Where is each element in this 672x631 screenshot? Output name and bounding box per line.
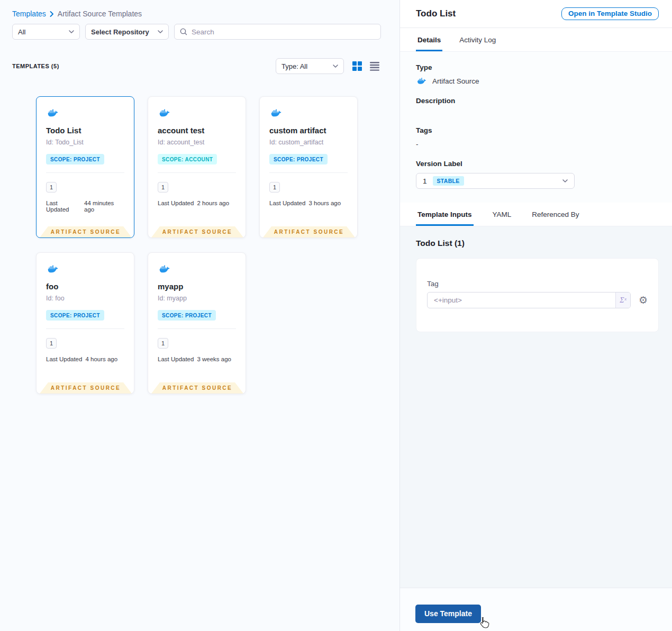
search-icon [180,28,187,35]
template-card-account-test[interactable]: account test Id: account_test SCOPE: ACC… [148,96,246,238]
version-count-badge: 1 [158,338,168,349]
chevron-down-icon [333,65,338,68]
templates-list-panel: Templates Artifact Source Templates All … [0,0,400,631]
list-view-icon[interactable] [369,61,380,71]
templates-count-label: TEMPLATES (5) [12,63,59,69]
card-divider [269,172,348,173]
scope-badge: SCOPE: PROJECT [46,154,104,164]
details-tabs: Details Activity Log [400,28,672,52]
inputs-tabs: Template Inputs YAML Referenced By [400,203,672,226]
chevron-down-icon [158,30,163,33]
template-card-todo-list[interactable]: Todo List Id: Todo_List SCOPE: PROJECT 1… [36,96,134,238]
version-count-badge: 1 [269,182,280,193]
docker-icon [269,108,283,118]
scope-badge: SCOPE: PROJECT [158,310,216,321]
docker-icon [46,108,60,118]
last-updated-value: 2 hours ago [197,200,229,206]
artifact-source-ribbon: ARTIFACT SOURCE [151,226,243,237]
chevron-down-icon [69,30,74,33]
card-divider [46,328,124,329]
version-value: 1 [423,177,427,185]
scope-filter-value: All [18,28,25,36]
template-card-foo[interactable]: foo Id: foo SCOPE: PROJECT 1 Last Update… [36,252,134,394]
last-updated-value: 3 weeks ago [197,356,231,362]
card-name: Todo List [46,126,124,135]
card-id: Id: custom_artifact [269,139,348,146]
grid-view-icon[interactable] [352,61,362,71]
open-in-template-studio-button[interactable]: Open in Template Studio [561,7,659,20]
type-value: Artifact Source [432,77,479,85]
version-label: Version Label [416,160,656,168]
tag-label: Tag [427,280,648,288]
artifact-source-ribbon: ARTIFACT SOURCE [40,226,132,237]
tab-referenced-by[interactable]: Referenced By [530,203,580,226]
card-name: foo [46,282,124,291]
tag-input-wrap: Σˣ [427,292,631,308]
breadcrumb: Templates Artifact Source Templates [0,0,399,18]
view-toggle [352,61,380,71]
last-updated-label: Last Updated [46,356,82,362]
template-details-panel: Todo List Open in Template Studio Detail… [400,0,672,631]
last-updated-label: Last Updated [158,356,194,362]
breadcrumb-chevron-icon [50,11,54,17]
version-select[interactable]: 1 STABLE [416,173,575,189]
card-name: myapp [158,282,236,291]
card-name: custom artifact [269,126,348,135]
tag-input-card: Tag Σˣ ⚙ [416,258,659,332]
type-filter-value: Type: All [281,62,307,70]
last-updated-label: Last Updated [269,200,305,206]
card-divider [46,172,124,173]
chevron-down-icon [562,179,568,182]
tag-input[interactable] [428,292,615,308]
last-updated-value: 4 hours ago [85,356,117,362]
docker-icon [46,264,60,274]
panel-title: Todo List [416,8,456,19]
details-section: Type Artifact Source Description Tags - … [400,52,672,203]
tab-activity-log[interactable]: Activity Log [458,28,497,51]
last-updated-value: 3 hours ago [308,200,341,206]
template-card-custom-artifact[interactable]: custom artifact Id: custom_artifact SCOP… [259,96,358,238]
gear-icon[interactable]: ⚙ [639,295,648,305]
breadcrumb-current: Artifact Source Templates [58,10,142,18]
tags-label: Tags [416,126,656,134]
repository-filter-value: Select Repository [91,28,149,36]
search-input[interactable] [192,28,375,36]
breadcrumb-templates-link[interactable]: Templates [12,10,46,18]
description-label: Description [416,97,656,105]
search-box [174,24,381,40]
card-divider [158,172,236,173]
use-template-button[interactable]: Use Template [415,605,481,623]
template-inputs-area: Todo List (1) Tag Σˣ ⚙ [400,226,672,588]
artifact-source-ribbon: ARTIFACT SOURCE [40,382,132,394]
card-divider [158,328,236,329]
stable-badge: STABLE [433,176,464,186]
type-label: Type [416,63,656,71]
docker-icon [158,264,171,274]
inputs-heading: Todo List (1) [416,239,659,248]
scope-badge: SCOPE: PROJECT [46,310,104,321]
tab-template-inputs[interactable]: Template Inputs [416,203,474,226]
last-updated-label: Last Updated [46,200,81,213]
last-updated-label: Last Updated [158,200,194,206]
list-header: TEMPLATES (5) Type: All [12,58,380,74]
tab-details[interactable]: Details [416,28,442,51]
scope-filter-select[interactable]: All [12,24,80,40]
last-updated-value: 44 minutes ago [84,200,124,213]
tab-yaml[interactable]: YAML [491,203,513,226]
expression-sigma-button[interactable]: Σˣ [615,292,630,308]
card-id: Id: myapp [158,295,236,302]
card-name: account test [158,126,236,135]
repository-filter-select[interactable]: Select Repository [85,24,169,40]
version-count-badge: 1 [46,338,57,349]
template-cards-grid: Todo List Id: Todo_List SCOPE: PROJECT 1… [36,96,399,394]
version-count-badge: 1 [158,182,168,193]
type-filter-select[interactable]: Type: All [276,58,344,74]
card-id: Id: Todo_List [46,139,124,146]
docker-icon [416,77,428,85]
tags-value: - [416,140,656,148]
template-card-myapp[interactable]: myapp Id: myapp SCOPE: PROJECT 1 Last Up… [148,252,246,394]
card-id: Id: foo [46,295,124,302]
artifact-source-ribbon: ARTIFACT SOURCE [263,226,355,237]
docker-icon [158,108,171,118]
scope-badge: SCOPE: ACCOUNT [158,154,217,164]
